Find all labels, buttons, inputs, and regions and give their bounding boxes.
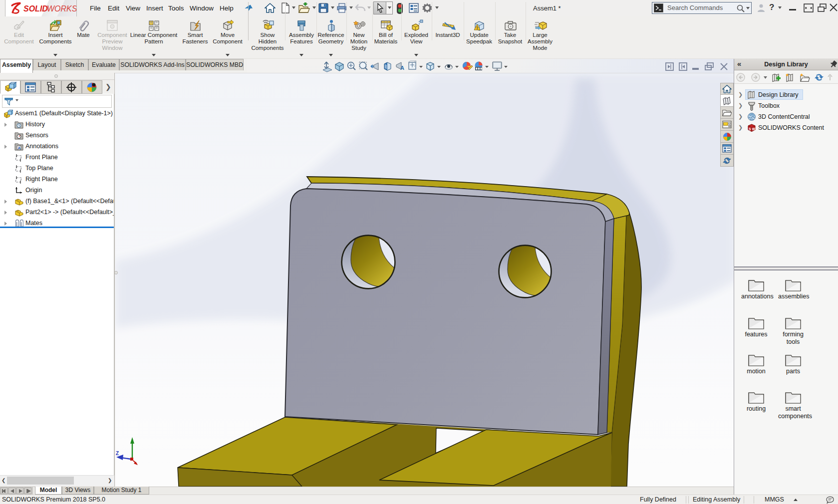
svg-text:W: W [752,127,756,131]
svg-text:A: A [18,146,21,150]
svg-text:S: S [749,127,751,131]
svg-text:Z: Z [116,451,119,456]
svg-text:A: A [400,65,404,71]
svg-text:SOLID: SOLID [23,4,48,13]
svg-text:WORKS: WORKS [47,4,76,13]
svg-text:!: ! [476,25,478,30]
